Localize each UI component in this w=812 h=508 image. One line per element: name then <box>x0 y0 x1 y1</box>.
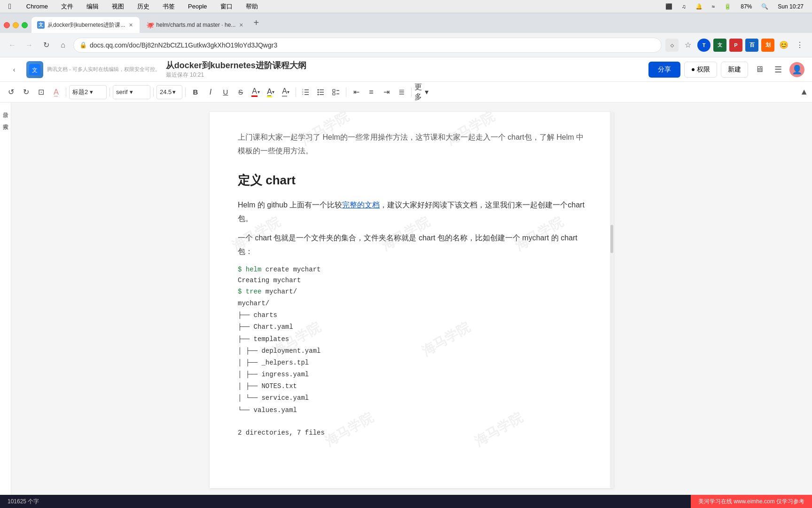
paint-format-button[interactable]: A̲ <box>49 85 63 99</box>
fullscreen-window-button[interactable] <box>22 22 28 28</box>
code-line-2: Creating mychart <box>238 275 586 286</box>
minimize-window-button[interactable] <box>13 22 19 28</box>
url-text: docs.qq.com/doc/Bj82nN2bCtZL1Gutkw3gkXhO… <box>90 41 656 49</box>
tree-line-0: mychart/ <box>238 298 586 310</box>
more-formats-button[interactable]: 更多 ▾ <box>414 85 429 99</box>
align-center-button[interactable]: ≡ <box>364 85 378 99</box>
tree-line-8: │ └── service.yaml <box>238 392 586 404</box>
doc-para1-link[interactable]: 完整的文档 <box>342 201 380 209</box>
align-right-button[interactable]: ⇥ <box>379 85 393 99</box>
ext-icon4[interactable]: 百 <box>745 39 758 52</box>
address-bar[interactable]: 🔒 docs.qq.com/doc/Bj82nN2bCtZL1Gutkw3gkX… <box>73 38 662 53</box>
device-icon[interactable]: 🖥 <box>752 62 767 77</box>
code-line-1: $ helm create mychart <box>238 264 586 276</box>
format-clear-button[interactable]: ⊡ <box>34 85 48 99</box>
code-cmd2-rest: mychart/ <box>261 288 297 295</box>
menu-people[interactable]: People <box>185 2 210 11</box>
tencent-icon1[interactable]: T <box>697 39 710 52</box>
strikethrough-button[interactable]: S <box>234 85 248 99</box>
code-cmd1-rest: create mychart <box>261 266 320 273</box>
back-button[interactable]: ← <box>6 39 19 52</box>
tab-github-close-button[interactable]: × <box>238 20 244 30</box>
wifi-icon: ≈ <box>709 2 718 11</box>
font-bg-indicator: A <box>282 87 287 97</box>
redo-button[interactable]: ↻ <box>19 85 33 99</box>
align-justify-button[interactable]: ≣ <box>394 85 408 99</box>
highlight-button[interactable]: A̲▾ <box>264 85 278 99</box>
apple-logo-icon[interactable]:  <box>6 1 14 12</box>
permissions-button[interactable]: ● 权限 <box>684 62 717 78</box>
heading-selector[interactable]: 标题2 ▾ <box>69 85 107 99</box>
tab-github[interactable]: 🐙 helm/charts.md at master · he... × <box>141 17 250 33</box>
font-color-dropdown: ▾ <box>258 89 260 95</box>
mac-menubar:  Chrome 文件 编辑 视图 历史 书签 People 窗口 帮助 ⬛ ♫… <box>0 0 812 13</box>
menu-bookmarks[interactable]: 书签 <box>160 1 178 12</box>
traffic-lights <box>4 22 31 33</box>
align-left-button[interactable]: ⇤ <box>349 85 363 99</box>
menu-file[interactable]: 文件 <box>58 1 76 12</box>
tree-line-5: │ ├── _helpers.tpl <box>238 357 586 369</box>
undo-button[interactable]: ↺ <box>4 85 18 99</box>
forward-button[interactable]: → <box>23 39 36 52</box>
unordered-list-button[interactable] <box>314 85 328 99</box>
font-size-dropdown-icon: ▾ <box>172 88 176 95</box>
settings-icon[interactable]: ☰ <box>771 62 786 77</box>
toolbar-sep3 <box>153 87 154 97</box>
dir-count: 2 directories, 7 files <box>238 428 586 439</box>
menu-help[interactable]: 帮助 <box>243 1 261 12</box>
bookmark-button[interactable]: ☆ <box>681 39 695 52</box>
toc-icon[interactable]: 目录 <box>0 106 11 110</box>
menu-view[interactable]: 视图 <box>109 1 127 12</box>
svg-point-12 <box>318 91 319 93</box>
tree-line-6: │ ├── ingress.yaml <box>238 369 586 381</box>
new-tab-button[interactable]: + <box>250 17 263 33</box>
sidebar-toggle-button[interactable]: ‹ <box>8 63 21 76</box>
extensions-button[interactable]: ⬦ <box>665 39 679 52</box>
menu-edit[interactable]: 编辑 <box>84 1 102 12</box>
checklist-button[interactable] <box>329 85 343 99</box>
reload-button[interactable]: ↻ <box>39 39 53 52</box>
font-color-button[interactable]: A▾ <box>249 85 263 99</box>
tencent-icon2[interactable]: 文 <box>713 39 726 52</box>
ordered-list-button[interactable]: 123 <box>299 85 313 99</box>
heading-value: 标题2 <box>72 88 88 96</box>
toolbar-sep6 <box>346 87 346 97</box>
font-value: serif <box>116 88 128 95</box>
scrollbar-thumb[interactable] <box>610 225 613 253</box>
tab-doc[interactable]: 文 从docker到kubernetes进阶课... × <box>31 17 140 33</box>
tab-doc-icon: 文 <box>37 21 45 29</box>
chrome-tabs-bar: 文 从docker到kubernetes进阶课... × 🐙 helm/char… <box>0 13 812 33</box>
ext-icon5[interactable]: 划 <box>761 39 774 52</box>
scrollbar[interactable] <box>610 112 614 488</box>
toolbar: ↺ ↻ ⊡ A̲ 标题2 ▾ serif ▾ 24.5 ▾ B I U S A▾… <box>0 82 812 103</box>
ext-icon3[interactable]: P <box>729 39 742 52</box>
toolbar-sep4 <box>185 87 186 97</box>
bold-button[interactable]: B <box>188 85 203 99</box>
menu-chrome[interactable]: Chrome <box>23 2 51 11</box>
battery-percent: 87% <box>738 2 755 11</box>
user-avatar-chrome[interactable]: 😊 <box>777 39 790 52</box>
search-sidebar-icon[interactable]: 搜索 <box>0 118 11 121</box>
font-size-selector[interactable]: 24.5 ▾ <box>156 85 182 99</box>
font-selector[interactable]: serif ▾ <box>113 85 150 99</box>
menu-history[interactable]: 历史 <box>134 1 152 12</box>
close-window-button[interactable] <box>4 22 10 28</box>
user-avatar[interactable]: 👤 <box>789 62 804 77</box>
tab-doc-close-button[interactable]: × <box>128 20 133 30</box>
toolbar-sep1 <box>66 87 66 97</box>
share-button[interactable]: 分享 <box>648 62 680 78</box>
highlight-indicator: A̲ <box>267 87 272 97</box>
toolbar-collapse-button[interactable]: ▲ <box>800 87 808 97</box>
italic-button[interactable]: I <box>203 85 218 99</box>
home-button[interactable]: ⌂ <box>56 39 70 52</box>
promo-bar: 美河学习在线 www.eimhe.com 仅学习参考 <box>691 495 812 508</box>
font-bg-button[interactable]: A▾ <box>279 85 293 99</box>
chrome-menu-button[interactable]: ⋮ <box>793 39 806 52</box>
app-tagline: 腾讯文档 - 可多人实时在线编辑，权限安全可控。 <box>47 66 160 73</box>
font-size-value: 24.5 <box>160 88 172 95</box>
underline-button[interactable]: U <box>219 85 233 99</box>
new-document-button[interactable]: 新建 <box>721 62 748 78</box>
font-bg-dropdown: ▾ <box>287 89 289 95</box>
search-icon[interactable]: 🔍 <box>758 2 771 11</box>
menu-window[interactable]: 窗口 <box>218 1 235 12</box>
